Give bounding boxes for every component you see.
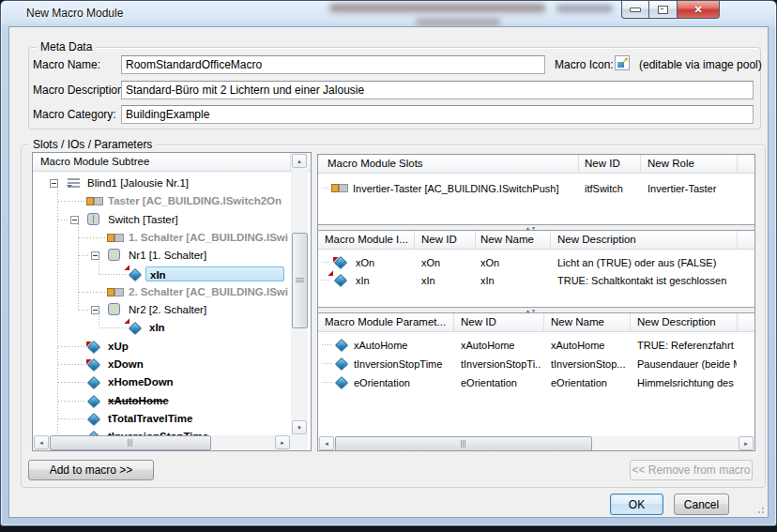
col-new-name: New Name bbox=[480, 234, 534, 245]
maximize-icon bbox=[658, 6, 668, 14]
tree-vscroll-thumb[interactable] bbox=[292, 233, 308, 328]
slot-name: Invertier-Taster [AC_BUILDING.ISwitchPus… bbox=[353, 183, 576, 194]
tree-header-label: Macro Module Subtree bbox=[40, 156, 149, 167]
collapse-icon[interactable] bbox=[91, 251, 99, 260]
col-new-role: New Role bbox=[648, 158, 694, 169]
collapse-icon[interactable] bbox=[50, 179, 58, 188]
background-glass-smudge bbox=[416, 19, 500, 25]
tree-item-label: tInversionStopTime bbox=[108, 428, 208, 435]
meta-data-group-label: Meta Data bbox=[37, 40, 96, 53]
close-icon: ✕ bbox=[693, 4, 702, 16]
minimize-button[interactable] bbox=[621, 1, 649, 19]
maximize-button[interactable] bbox=[649, 1, 678, 19]
tree-item-label: Taster [AC_BUILDING.ISwitch2On bbox=[108, 192, 282, 210]
col-new-description: New Description bbox=[637, 316, 716, 327]
scroll-down-button[interactable]: ▼ bbox=[292, 420, 307, 434]
resize-grip[interactable] bbox=[754, 504, 765, 514]
io-new-id: xOn bbox=[421, 257, 473, 268]
close-button[interactable]: ✕ bbox=[678, 1, 720, 19]
param-new-description: Himmelsrichtung des Fen bbox=[637, 377, 737, 388]
tree-item-label: 2. Schalter [AC_BUILDING.ISwi bbox=[129, 283, 288, 301]
scroll-left-button[interactable]: ◄ bbox=[34, 435, 49, 449]
macro-module-slots-table: Macro Module Slots New ID New Role Inver… bbox=[318, 155, 754, 224]
tree-hscroll-thumb[interactable] bbox=[50, 435, 211, 450]
table-row[interactable]: xIn xIn xIn TRUE: Schaltkontakt ist gesc… bbox=[318, 271, 754, 289]
tree-item-switch[interactable]: Switch [Taster] bbox=[33, 211, 294, 229]
tree-item-xup[interactable]: xUp bbox=[33, 338, 294, 356]
param-name: tInversionStopTime bbox=[354, 358, 451, 370]
scroll-up-button[interactable]: ▲ bbox=[292, 154, 307, 168]
parameters-table-header[interactable]: Macro Module Paramet... New ID New Name … bbox=[318, 313, 754, 332]
tree-item-label: Switch [Taster] bbox=[108, 211, 178, 229]
col-new-id: New ID bbox=[421, 234, 457, 245]
table-splitter[interactable]: ▲▼ bbox=[318, 307, 754, 313]
col-new-id: New ID bbox=[585, 158, 620, 169]
tables-horizontal-scrollbar[interactable]: ◄ ► bbox=[318, 436, 754, 451]
col-parameters: Macro Module Paramet... bbox=[325, 316, 446, 327]
macro-category-input[interactable]: BuildingExample bbox=[121, 105, 754, 124]
table-row[interactable]: Invertier-Taster [AC_BUILDING.ISwitchPus… bbox=[318, 179, 754, 197]
macro-icon-note: (editable via image pool) bbox=[639, 58, 762, 71]
tree-item-xhomedown[interactable]: xHomeDown bbox=[33, 373, 294, 391]
tree-item-xin2[interactable]: xIn bbox=[33, 319, 294, 337]
cancel-button[interactable]: Cancel bbox=[674, 494, 729, 515]
window-controls: ✕ bbox=[621, 1, 720, 19]
background-glass-smudge bbox=[556, 5, 613, 12]
slots-ios-parameters-group-label: Slots / IOs / Parameters bbox=[29, 138, 156, 151]
tree-item-blind1[interactable]: Blind1 [Jalousie Nr.1] bbox=[33, 175, 294, 192]
param-diamond-icon bbox=[87, 395, 100, 408]
macro-module-ios-table: Macro Module I... New ID New Name New De… bbox=[318, 231, 754, 307]
macro-name-input[interactable]: RoomStandardOfficeMacro bbox=[121, 55, 545, 74]
io-new-name: xIn bbox=[480, 275, 548, 286]
dialog-client-area: Meta Data Macro Name: RoomStandardOffice… bbox=[8, 26, 769, 518]
macro-category-label: Macro Category: bbox=[33, 108, 116, 121]
table-splitter[interactable]: ▲▼ bbox=[318, 224, 754, 231]
param-diamond-icon bbox=[87, 413, 100, 426]
background-glass-smudge bbox=[329, 4, 545, 12]
tree-item-xautohome[interactable]: xAutoHome bbox=[33, 392, 294, 410]
table-row[interactable]: xAutoHome xAutoHome xAutoHome TRUE: Refe… bbox=[318, 336, 754, 355]
tree-item-tinversionstoptime[interactable]: tInversionStopTime bbox=[33, 428, 294, 435]
dialog-window: New Macro Module ✕ Meta Data Macro Name:… bbox=[0, 0, 777, 526]
io-new-description: TRUE: Schaltkontakt ist geschlossen bbox=[557, 275, 737, 286]
tree-item-nr1[interactable]: Nr1 [1. Schalter] bbox=[33, 247, 294, 265]
param-diamond-icon bbox=[335, 357, 348, 371]
macro-description-input[interactable]: Standard-Büro mit 2 Lichtern und einer J… bbox=[121, 81, 754, 99]
slot-new-id: itfSwitch bbox=[585, 183, 638, 194]
scroll-left-button[interactable]: ◄ bbox=[319, 436, 334, 450]
tree-item-taster[interactable]: Taster [AC_BUILDING.ISwitch2On bbox=[33, 192, 294, 210]
tree-item-schalter1[interactable]: 1. Schalter [AC_BUILDING.ISwi bbox=[33, 229, 294, 247]
tables-hscroll-thumb[interactable] bbox=[335, 436, 592, 451]
ok-button[interactable]: OK bbox=[610, 494, 663, 515]
macro-module-tables-panel: Macro Module Slots New ID New Role Inver… bbox=[317, 154, 755, 451]
tree-item-label: tTotalTravelTime bbox=[108, 410, 192, 428]
tree-horizontal-scrollbar[interactable]: ◄ ► bbox=[33, 435, 308, 450]
blind-icon bbox=[67, 177, 81, 189]
remove-from-macro-button[interactable]: << Remove from macro bbox=[630, 460, 753, 480]
tree-item-xdown[interactable]: xDown bbox=[33, 356, 294, 373]
table-row[interactable]: tInversionStopTime tInversionStopTi... t… bbox=[318, 355, 754, 373]
param-diamond-icon bbox=[335, 376, 348, 389]
param-new-id: xAutoHome bbox=[461, 340, 541, 351]
tree-header[interactable]: Macro Module Subtree bbox=[33, 153, 311, 172]
table-row[interactable]: xOn xOn xOn Licht an (TRUE) oder aus (FA… bbox=[318, 253, 754, 271]
io-new-id: xIn bbox=[421, 275, 473, 286]
tree-item-ttotaltraveltime[interactable]: tTotalTravelTime bbox=[33, 410, 294, 428]
collapse-icon[interactable] bbox=[70, 216, 79, 224]
macro-icon-arrow: ➚ bbox=[621, 55, 629, 65]
scroll-right-button[interactable]: ► bbox=[275, 435, 290, 449]
module-icon bbox=[108, 303, 120, 315]
collapse-icon[interactable] bbox=[91, 306, 99, 314]
tree-vertical-scrollbar[interactable]: ▲ ▼ bbox=[291, 153, 308, 435]
table-row[interactable]: eOrientation eOrientation eOrientation H… bbox=[318, 373, 754, 392]
tree-item-schalter2[interactable]: 2. Schalter [AC_BUILDING.ISwi bbox=[33, 283, 294, 301]
param-diamond-icon bbox=[87, 376, 100, 389]
add-to-macro-button[interactable]: Add to macro >> bbox=[28, 460, 154, 480]
ios-table-header[interactable]: Macro Module I... New ID New Name New De… bbox=[318, 231, 754, 250]
scroll-right-button[interactable]: ► bbox=[739, 436, 754, 450]
slots-table-header[interactable]: Macro Module Slots New ID New Role bbox=[318, 155, 754, 174]
macro-icon[interactable]: ➚ bbox=[615, 55, 630, 70]
tree-item-nr2[interactable]: Nr2 [2. Schalter] bbox=[33, 301, 294, 319]
tree-item-xin-selected[interactable]: xIn bbox=[33, 266, 294, 283]
macro-icon-label: Macro Icon: bbox=[555, 58, 614, 71]
